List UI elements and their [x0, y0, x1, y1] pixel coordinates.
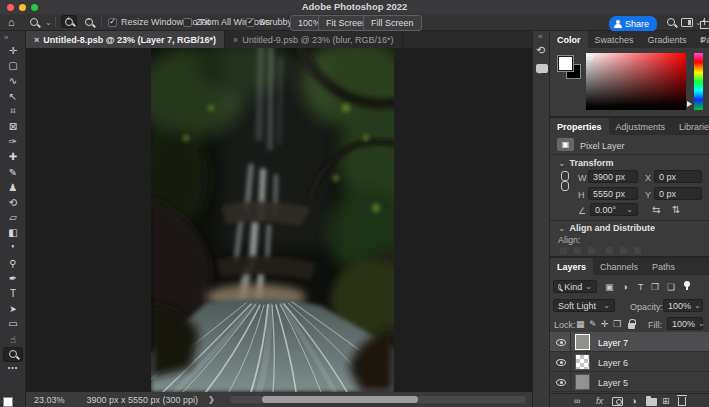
status-chevron-icon[interactable]: ❯ — [208, 395, 215, 404]
workspace-switcher[interactable] — [681, 14, 693, 30]
gradient-tool[interactable]: ◧ — [3, 225, 23, 240]
share-button[interactable]: Share — [609, 16, 657, 32]
clone-stamp-tool[interactable]: ♟ — [3, 180, 23, 195]
delete-layer-icon[interactable] — [678, 397, 686, 406]
dock-collapse-icon[interactable]: « — [538, 32, 542, 41]
layer-thumbnail[interactable] — [575, 374, 590, 390]
visibility-eye-icon[interactable] — [556, 359, 566, 366]
export-button[interactable] — [700, 15, 709, 31]
close-icon[interactable]: × — [34, 35, 39, 45]
align-section-header[interactable]: ⌄Align and Distribute — [558, 223, 655, 233]
align-left-button[interactable] — [560, 247, 567, 254]
saturation-brightness-field[interactable] — [586, 53, 686, 110]
crop-tool[interactable]: ⌗ — [3, 104, 23, 119]
height-field[interactable]: 5550 px — [588, 187, 638, 200]
history-brush-tool[interactable]: ⟲ — [3, 195, 23, 210]
tab-properties[interactable]: Properties — [550, 118, 609, 135]
rotation-field[interactable]: 0.00°⌄ — [590, 203, 638, 216]
dodge-tool[interactable]: ⚲ — [3, 256, 23, 271]
pen-tool[interactable]: ✒ — [3, 271, 23, 286]
hand-tool[interactable]: ☝ — [3, 332, 23, 347]
add-layer-mask-icon[interactable] — [612, 397, 623, 406]
lock-position-icon[interactable]: ✛ — [601, 319, 609, 329]
filter-type-layers-icon[interactable]: T — [638, 282, 644, 292]
foreground-color-swatch[interactable] — [558, 56, 573, 71]
link-dimensions-icon[interactable] — [560, 171, 569, 193]
zoom-tool-preset[interactable] — [30, 14, 38, 30]
layer-row-layer-6[interactable]: Layer 6 — [550, 352, 709, 372]
align-center-v-button[interactable] — [620, 247, 627, 254]
layer-thumbnail[interactable] — [575, 334, 590, 350]
flip-horizontal-icon[interactable]: ⇆ — [652, 204, 660, 215]
blur-tool[interactable]: ❜ — [3, 240, 23, 255]
layer-name[interactable]: Layer 7 — [598, 338, 628, 348]
tab-adjustments[interactable]: Adjustments — [609, 118, 673, 135]
type-tool[interactable]: T — [3, 286, 23, 301]
eyedropper-tool[interactable]: ✑ — [3, 134, 23, 149]
flip-vertical-icon[interactable]: ⇅ — [672, 204, 680, 215]
object-selection-tool[interactable]: ↖ — [3, 89, 23, 104]
new-layer-icon[interactable]: ⊞ — [662, 396, 670, 406]
tab-color[interactable]: Color — [550, 31, 588, 48]
filter-shape-layers-icon[interactable]: ❐ — [651, 282, 659, 292]
document-tab-2[interactable]: × Untitled-9.psb @ 23% (blur, RGB/16*) — [225, 31, 402, 48]
comments-panel-icon[interactable] — [536, 64, 548, 73]
tab-swatches[interactable]: Swatches — [588, 31, 641, 48]
canvas-area[interactable] — [26, 48, 532, 392]
horizontal-scrollbar-track[interactable] — [230, 396, 526, 403]
lasso-tool[interactable]: ∿ — [3, 73, 23, 88]
foreground-color-swatch[interactable] — [3, 397, 13, 407]
tab-layers[interactable]: Layers — [550, 258, 593, 275]
zoom-out-button[interactable]: − — [81, 14, 97, 30]
document-tab-1[interactable]: × Untitled-8.psb @ 23% (Layer 7, RGB/16*… — [26, 31, 225, 48]
move-tool[interactable]: ✛ — [3, 43, 23, 58]
layer-filter-toggle[interactable] — [684, 281, 690, 287]
x-field[interactable]: 0 px — [654, 170, 702, 183]
path-selection-tool[interactable]: ➤ — [3, 301, 23, 316]
search-button[interactable] — [667, 14, 675, 30]
tab-paths[interactable]: Paths — [645, 258, 682, 275]
lock-artboard-icon[interactable]: ❒ — [613, 319, 621, 329]
lock-image-pixels-icon[interactable]: ✎ — [589, 319, 597, 329]
y-field[interactable]: 0 px — [654, 187, 702, 200]
edit-toolbar-button[interactable]: ••• — [8, 364, 18, 371]
color-picker-marker[interactable] — [587, 54, 593, 60]
eraser-tool[interactable]: ▱ — [3, 210, 23, 225]
horizontal-scrollbar-thumb[interactable] — [262, 396, 418, 403]
shape-tool[interactable]: ▭ — [3, 316, 23, 331]
filter-smart-objects-icon[interactable]: ❏ — [667, 282, 675, 292]
blend-mode-dropdown[interactable]: Soft Light ⌄ — [553, 299, 615, 312]
link-layers-icon[interactable]: ∞ — [574, 396, 580, 406]
opacity-field[interactable]: 100% ⌄ — [663, 299, 703, 312]
marquee-tool[interactable]: ▢ — [3, 58, 23, 73]
hue-slider[interactable] — [694, 53, 703, 110]
layer-name[interactable]: Layer 5 — [598, 378, 628, 388]
color-swatches[interactable] — [3, 397, 23, 407]
layer-thumbnail[interactable] — [575, 354, 590, 370]
healing-brush-tool[interactable]: ✚ — [3, 149, 23, 164]
home-icon[interactable]: ⌂ — [8, 14, 15, 30]
width-field[interactable]: 3900 px — [588, 170, 638, 183]
layer-filter-kind-dropdown[interactable]: Kind ⌄ — [553, 280, 597, 293]
brush-tool[interactable]: ✎ — [3, 165, 23, 180]
new-group-icon[interactable] — [646, 398, 657, 406]
layer-name[interactable]: Layer 6 — [598, 358, 628, 368]
status-zoom-level[interactable]: 23.03% — [34, 395, 65, 405]
close-window-button[interactable] — [7, 4, 14, 11]
align-center-h-button[interactable] — [574, 247, 581, 254]
lock-transparent-pixels-icon[interactable]: ▦ — [576, 319, 585, 329]
document-canvas-image[interactable] — [151, 48, 394, 392]
tab-gradients[interactable]: Gradients — [641, 31, 694, 48]
fill-screen-button[interactable]: Fill Screen — [363, 15, 422, 31]
align-right-button[interactable] — [588, 247, 595, 254]
lock-all-icon[interactable] — [628, 323, 635, 329]
history-panel-icon[interactable]: ⟲ — [536, 44, 545, 57]
frame-tool[interactable]: ⊠ — [3, 119, 23, 134]
zoom-in-button[interactable]: + — [61, 15, 77, 28]
visibility-eye-icon[interactable] — [556, 379, 566, 386]
tab-libraries[interactable]: Libraries — [672, 118, 709, 135]
adjustment-layer-icon[interactable]: ◑ — [631, 396, 636, 406]
visibility-eye-icon[interactable] — [556, 339, 566, 346]
zoom-tool-selected[interactable] — [3, 347, 23, 362]
layer-effects-icon[interactable]: fx — [596, 396, 603, 406]
